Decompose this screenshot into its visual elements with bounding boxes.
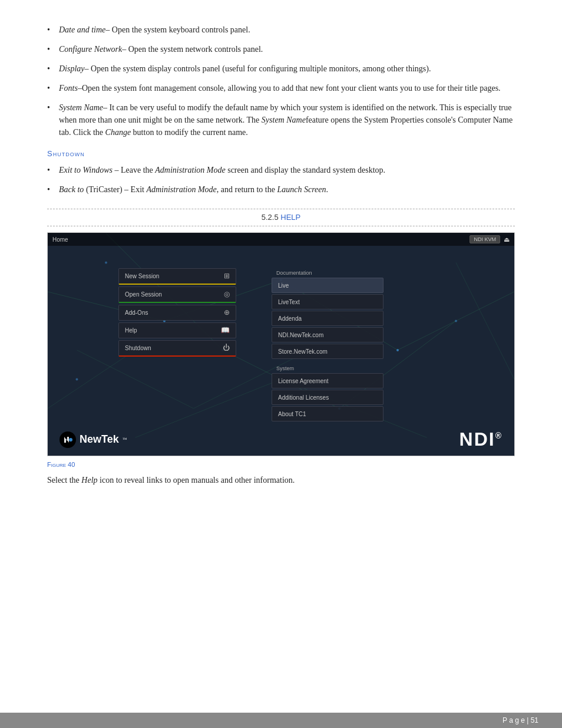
bottom-bar: NewTek™ NDI® [48, 423, 514, 456]
desc-date-time: – Open the system keyboard controls pane… [105, 25, 250, 34]
shutdown-icon: ⏻ [223, 344, 230, 353]
help-section-documentation: Documentation [272, 268, 384, 278]
desc-display: – Open the system display controls panel… [85, 64, 431, 73]
section-title: 5.2.5 HELP [262, 213, 301, 222]
help-item-additional-licenses[interactable]: Additional Licenses [272, 390, 384, 405]
list-item-date-time: Date and time– Open the system keyboard … [47, 24, 515, 36]
help-item-addenda[interactable]: Addenda [272, 311, 384, 326]
top-bar-right: NDI KVM ⏏ [470, 235, 510, 243]
newtek-icon [59, 431, 76, 448]
help-item-live[interactable]: Live [272, 278, 384, 293]
desc-fonts: –Open the system font management console… [78, 84, 501, 93]
newtek-logo: NewTek™ [59, 431, 127, 448]
svg-point-19 [105, 261, 107, 263]
svg-point-23 [69, 438, 72, 442]
svg-point-21 [76, 378, 78, 380]
list-item-configure-network: Configure Network– Open the system netwo… [47, 43, 515, 55]
body-text-help: Select the Help icon to reveal links to … [47, 474, 515, 487]
help-icon: 📖 [221, 326, 230, 335]
shutdown-heading: Shutdown [47, 149, 515, 158]
term-back-to: Back to [59, 185, 84, 194]
section-divider: 5.2.5 HELP [47, 209, 515, 226]
addons-icon: ⊕ [224, 308, 230, 317]
help-panel: Documentation Live LiveText Addenda NDI.… [272, 268, 384, 423]
help-item-license-agreement[interactable]: License Agreement [272, 373, 384, 388]
newtek-text: NewTek [80, 433, 119, 446]
page-number: P a g e | 51 [503, 716, 538, 724]
help-section-system: System [272, 364, 384, 373]
menu-item-shutdown[interactable]: Shutdown ⏻ [118, 340, 236, 357]
term-configure-network: Configure Network [59, 45, 122, 54]
list-item-display: Display– Open the system display control… [47, 62, 515, 75]
menu-item-new-session[interactable]: New Session ⊞ [118, 268, 236, 285]
menu-label-addons: Add-Ons [125, 309, 148, 316]
figure-caption: Figure 40 [47, 461, 515, 468]
desc-configure-network: – Open the system network controls panel… [122, 45, 263, 54]
new-session-icon: ⊞ [224, 272, 230, 281]
term-system-name: System Name [59, 103, 103, 112]
help-item-store-newtek[interactable]: Store.NewTek.com [272, 344, 384, 359]
list-item-fonts: Fonts–Open the system font management co… [47, 82, 515, 94]
page-footer: P a g e | 51 [0, 713, 562, 728]
help-item-livetext[interactable]: LiveText [272, 294, 384, 309]
shutdown-bullet-list: Exit to Windows – Leave the Administrati… [47, 164, 515, 196]
term-date-time: Date and time [59, 25, 105, 34]
list-item-system-name: System Name– It can be very useful to mo… [47, 101, 515, 139]
top-bar: Home NDI KVM ⏏ [48, 233, 514, 246]
menu-label-shutdown: Shutdown [125, 345, 151, 351]
term-display: Display [59, 64, 85, 73]
menu-item-open-session[interactable]: Open Session ◎ [118, 286, 236, 303]
term-fonts: Fonts [59, 84, 78, 93]
list-item-back-to: Back to (TriCaster) – Exit Administratio… [47, 183, 515, 196]
svg-point-20 [455, 319, 457, 322]
menu-item-addons[interactable]: Add-Ons ⊕ [118, 305, 236, 321]
menu-panel: New Session ⊞ Open Session ◎ Add-Ons ⊕ H… [118, 268, 236, 358]
svg-point-16 [396, 349, 399, 351]
menu-item-help[interactable]: Help 📖 [118, 322, 236, 338]
bullet-list: Date and time– Open the system keyboard … [47, 24, 515, 139]
term-exit-windows: Exit to Windows [59, 166, 113, 174]
help-item-ndi-newtek[interactable]: NDI.NewTek.com [272, 327, 384, 342]
ndi-brand: NDI® [459, 429, 503, 450]
menu-label-help: Help [125, 327, 137, 334]
menu-label-open-session: Open Session [125, 291, 162, 298]
open-session-icon: ◎ [224, 290, 230, 299]
menu-label-new-session: New Session [125, 273, 159, 279]
screenshot: Home NDI KVM ⏏ New Session ⊞ Open Sessio… [47, 232, 515, 456]
home-label: Home [52, 236, 68, 243]
help-item-about-tc1[interactable]: About TC1 [272, 406, 384, 421]
eject-icon: ⏏ [504, 236, 510, 243]
ndi-kvm-button[interactable]: NDI KVM [470, 235, 500, 243]
list-item-exit-to-windows: Exit to Windows – Leave the Administrati… [47, 164, 515, 176]
